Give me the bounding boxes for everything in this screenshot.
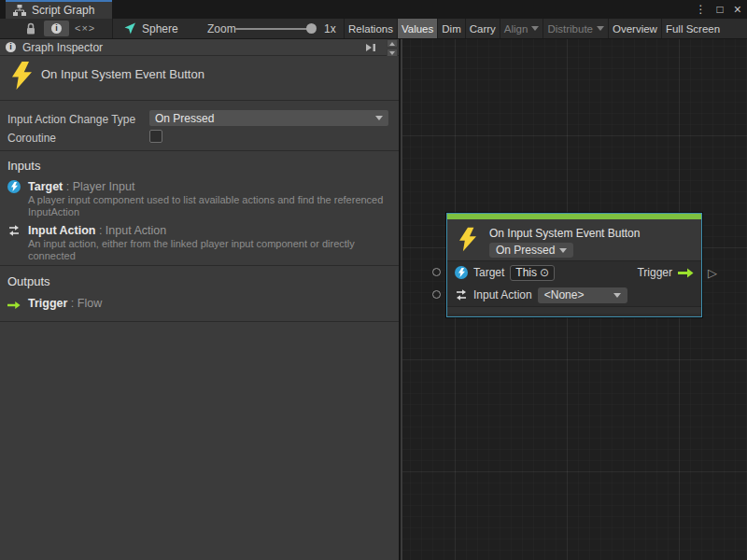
tab-script-graph[interactable]: Script Graph — [6, 0, 112, 19]
input-port-target-description: A player input component used to list av… — [28, 194, 399, 218]
inputs-section-title: Inputs — [7, 159, 40, 173]
node-header[interactable]: On Input System Event Button On Pressed — [447, 219, 701, 261]
event-bolt-icon — [459, 227, 476, 252]
target-port-label: Target — [473, 266, 504, 279]
script-graph-asset-icon — [124, 22, 136, 35]
chevron-down-icon — [559, 248, 567, 253]
target-input-port[interactable] — [432, 268, 441, 276]
event-node[interactable]: On Input System Event Button On Pressed … — [446, 213, 702, 317]
unit-title: On Input System Event Button — [41, 67, 204, 81]
unity-visual-scripting-window: Script Graph ⋮ □ × i <×> Sphere Zoom 1x … — [0, 0, 747, 560]
input-action-port-label: Input Action — [473, 288, 532, 301]
triangle-up-icon — [389, 42, 395, 46]
input-port-input-action: Input Action : Input Action — [28, 224, 166, 237]
divider — [0, 150, 399, 151]
inspector-scrollbar — [387, 39, 398, 57]
toolbar-separator — [112, 19, 113, 38]
node-row-target: Target This ⊙ Trigger — [447, 261, 701, 284]
close-icon[interactable]: × — [734, 3, 741, 16]
variables-icon[interactable]: <×> — [75, 22, 95, 34]
zoom-label: Zoom — [207, 22, 236, 35]
align-button[interactable]: Align — [500, 19, 543, 38]
info-icon: i — [51, 23, 62, 34]
carry-button[interactable]: Carry — [465, 19, 500, 38]
flow-arrow-icon — [678, 268, 694, 278]
event-bolt-icon — [12, 62, 32, 90]
graph-inspector-header: i Graph Inspector — [0, 39, 399, 56]
window-menu-icon[interactable]: ⋮ — [696, 4, 707, 15]
chevron-down-icon — [597, 26, 604, 31]
relations-button[interactable]: Relations — [344, 19, 397, 38]
chevron-down-icon — [531, 26, 539, 31]
tab-label: Script Graph — [32, 4, 94, 17]
change-type-label: Input Action Change Type — [7, 113, 135, 126]
overview-button[interactable]: Overview — [608, 19, 661, 38]
target-object-field[interactable]: This ⊙ — [510, 265, 555, 281]
triangle-down-icon — [389, 51, 395, 55]
player-input-type-icon — [455, 266, 468, 279]
trigger-output-port[interactable]: ▷ — [708, 267, 717, 279]
toolbar-button-group: Relations Values Dim Carry Align Distrib… — [344, 19, 747, 38]
divider — [0, 100, 399, 101]
scroll-down-button[interactable] — [387, 49, 398, 57]
zoom-value: 1x — [324, 22, 336, 35]
graph-object-name[interactable]: Sphere — [142, 22, 178, 35]
graph-hierarchy-icon — [13, 5, 26, 16]
node-footer — [447, 306, 701, 314]
full-screen-button[interactable]: Full Screen — [661, 19, 724, 38]
graph-inspector-panel: i Graph Inspector On Input System Event … — [0, 39, 401, 560]
trigger-port-label: Trigger — [637, 266, 672, 279]
info-icon: i — [6, 42, 16, 52]
lock-icon[interactable] — [25, 22, 36, 35]
node-mode-dropdown[interactable]: On Pressed — [489, 243, 573, 258]
dock-panel-icon[interactable] — [365, 43, 376, 52]
graph-toolbar: i <×> Sphere Zoom 1x Relations Values Di… — [0, 19, 747, 39]
node-body: Target This ⊙ Trigger — [447, 261, 701, 306]
chevron-down-icon — [375, 116, 383, 120]
maximize-icon[interactable]: □ — [717, 4, 724, 15]
values-button[interactable]: Values — [397, 19, 437, 38]
flow-arrow-icon — [7, 299, 21, 312]
graph-inspector-title: Graph Inspector — [22, 41, 359, 54]
player-input-type-icon — [7, 180, 21, 193]
input-action-input-port[interactable] — [432, 290, 441, 299]
divider — [0, 265, 399, 266]
input-action-type-icon — [7, 224, 21, 237]
input-action-dropdown[interactable]: <None> — [538, 287, 627, 303]
coroutine-label: Coroutine — [7, 132, 56, 145]
graph-canvas[interactable]: On Input System Event Button On Pressed … — [402, 39, 747, 560]
dim-button[interactable]: Dim — [437, 19, 464, 38]
outputs-section-title: Outputs — [7, 274, 50, 288]
coroutine-checkbox[interactable] — [149, 130, 162, 143]
inspector-toggle-button[interactable]: i — [44, 21, 69, 36]
node-row-input-action: Input Action <None> — [447, 284, 701, 306]
input-port-input-action-description: An input action, either from the linked … — [28, 238, 399, 262]
window-controls: ⋮ □ × — [696, 0, 741, 19]
object-picker-icon[interactable]: ⊙ — [540, 267, 549, 278]
input-action-type-icon — [455, 288, 468, 301]
zoom-slider-track[interactable] — [235, 28, 314, 30]
tab-strip: Script Graph ⋮ □ × — [0, 0, 747, 19]
input-port-target: Target : Player Input — [28, 180, 134, 193]
output-port-trigger: Trigger : Flow — [28, 297, 102, 310]
zoom-slider-handle[interactable] — [306, 23, 317, 34]
chevron-down-icon — [613, 293, 621, 298]
change-type-dropdown[interactable]: On Pressed — [149, 110, 388, 126]
node-title: On Input System Event Button — [489, 227, 640, 240]
distribute-button[interactable]: Distribute — [543, 19, 608, 38]
divider — [0, 321, 399, 322]
scroll-up-button[interactable] — [387, 39, 398, 48]
